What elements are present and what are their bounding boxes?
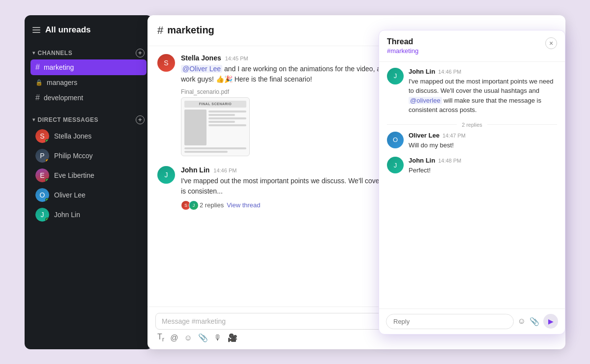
- dm-section-header[interactable]: ▾ DIRECT MESSAGES +: [30, 113, 147, 126]
- thread-msg-text-john-1: I've mapped out the most important point…: [409, 77, 557, 115]
- message-time-john: 14:46 PM: [213, 168, 236, 173]
- thread-msg-content-oliver: Oliver Lee 14:47 PM Will do my best!: [409, 132, 557, 150]
- reply-count: 2 replies: [200, 201, 224, 209]
- status-dot-philip: [45, 159, 49, 163]
- thread-message-john-1: J John Lin 14:46 PM I've mapped out the …: [387, 68, 557, 115]
- thread-panel: Thread #marketing × J John Lin 14:46 PM …: [379, 30, 565, 335]
- hash-icon-marketing: #: [35, 63, 40, 72]
- channel-item-marketing[interactable]: # marketing: [30, 59, 147, 75]
- reply-avatar-2: J: [189, 200, 199, 210]
- thread-msg-time-john-1: 14:46 PM: [438, 69, 461, 75]
- thread-toolbar: ☺ 📎 ▶: [518, 314, 558, 329]
- avatar-stella: S: [35, 129, 49, 143]
- status-dot-stella: [45, 139, 49, 143]
- channel-header-title: marketing: [167, 25, 214, 36]
- thread-msg-content-john-2: John Lin 14:48 PM Perfect!: [409, 157, 557, 175]
- dm-item-stella[interactable]: S Stella Jones: [30, 126, 147, 146]
- thread-msg-content-john-1: John Lin 14:46 PM I've mapped out the mo…: [409, 68, 557, 115]
- divider-line-left: [387, 124, 457, 125]
- avatar-eve: E: [35, 168, 49, 182]
- thread-msg-author-john-1: John Lin: [409, 68, 435, 75]
- channel-item-managers[interactable]: 🔒 managers: [30, 75, 147, 90]
- thread-msg-author-john-2: John Lin: [409, 157, 435, 164]
- audio-icon[interactable]: 🎙: [214, 334, 222, 342]
- message-avatar-john: J: [157, 166, 175, 184]
- attach-icon[interactable]: 📎: [198, 333, 208, 342]
- avatar-oliver: O: [35, 188, 49, 202]
- thread-mention-oliverlee: @oliverlee: [409, 97, 442, 104]
- format-text-icon[interactable]: Tr: [157, 333, 164, 343]
- thread-messages: J John Lin 14:46 PM I've mapped out the …: [379, 62, 565, 308]
- dm-label: DIRECT MESSAGES: [38, 116, 99, 123]
- thread-msg-header-oliver: Oliver Lee 14:47 PM: [409, 132, 557, 139]
- thread-msg-time-john-2: 14:48 PM: [438, 158, 461, 164]
- channels-section-header[interactable]: ▾ CHANNELS +: [30, 47, 147, 59]
- mention-icon[interactable]: @: [170, 334, 178, 342]
- thread-msg-author-oliver: Oliver Lee: [409, 132, 440, 139]
- channel-name-marketing: marketing: [44, 63, 74, 71]
- thread-attach-icon[interactable]: 📎: [530, 317, 539, 326]
- hamburger-icon[interactable]: [32, 27, 40, 33]
- dm-item-eve[interactable]: E Eve Libertine: [30, 166, 147, 185]
- dm-item-oliver[interactable]: O Oliver Lee: [30, 185, 147, 205]
- channel-name-managers: managers: [47, 79, 77, 86]
- thread-avatar-oliver: O: [387, 132, 404, 148]
- video-icon[interactable]: 🎥: [228, 333, 237, 342]
- dm-chevron-icon: ▾: [32, 117, 35, 122]
- status-dot-oliver: [45, 198, 49, 202]
- channel-item-development[interactable]: # development: [30, 90, 147, 106]
- channel-hash-icon: #: [157, 24, 163, 37]
- message-avatar-stella: S: [157, 54, 175, 72]
- thread-msg-header-john-2: John Lin 14:48 PM: [409, 157, 557, 164]
- replies-divider: 2 replies: [387, 122, 557, 128]
- thread-input-area: ☺ 📎 ▶: [379, 308, 565, 334]
- replies-count-divider: 2 replies: [462, 122, 482, 128]
- add-channel-button[interactable]: +: [136, 49, 145, 57]
- dm-name-stella: Stella Jones: [54, 132, 91, 140]
- thread-msg-time-oliver: 14:47 PM: [442, 133, 466, 139]
- pdf-preview: FINAL SCENARIO: [181, 97, 250, 156]
- channels-label: CHANNELS: [38, 50, 73, 56]
- thread-channel: #marketing: [387, 47, 418, 55]
- thread-header: Thread #marketing ×: [379, 30, 565, 62]
- message-author-john: John Lin: [181, 166, 209, 174]
- message-author-stella: Stella Jones: [181, 54, 221, 62]
- dm-item-john[interactable]: J John Lin: [30, 205, 147, 224]
- channel-name-development: development: [44, 94, 83, 102]
- thread-msg-header-john-1: John Lin 14:46 PM: [409, 68, 557, 75]
- thread-avatar-john-2: J: [387, 157, 404, 173]
- thread-title: Thread: [387, 37, 418, 46]
- thread-header-info: Thread #marketing: [387, 37, 418, 55]
- avatar-john: J: [35, 208, 49, 222]
- hash-icon-development: #: [35, 93, 40, 102]
- thread-msg-text-oliver: Will do my best!: [409, 140, 557, 150]
- view-thread-button[interactable]: View thread: [227, 201, 260, 209]
- thread-send-button[interactable]: ▶: [543, 314, 558, 329]
- channels-section: ▾ CHANNELS + # marketing 🔒 managers # de…: [25, 43, 152, 108]
- close-thread-button[interactable]: ×: [545, 37, 557, 49]
- message-time-stella: 14:45 PM: [225, 56, 248, 61]
- lock-icon-managers: 🔒: [35, 79, 43, 86]
- dm-name-oliver: Oliver Lee: [54, 191, 86, 199]
- dm-name-john: John Lin: [54, 211, 80, 219]
- status-dot-eve: [45, 178, 49, 182]
- divider-line-right: [487, 124, 557, 125]
- add-dm-button[interactable]: +: [136, 115, 145, 124]
- thread-message-john-2: J John Lin 14:48 PM Perfect!: [387, 157, 557, 175]
- thread-avatar-john: J: [387, 68, 404, 84]
- dm-name-philip: Philip Mccoy: [54, 152, 93, 160]
- sidebar-header: All unreads: [25, 15, 152, 43]
- avatar-philip: P: [35, 149, 49, 163]
- sidebar-title: All unreads: [45, 25, 91, 35]
- status-dot-john: [45, 218, 49, 222]
- thread-reply-input[interactable]: [386, 314, 514, 329]
- dm-name-eve: Eve Libertine: [54, 171, 94, 179]
- thread-msg-text-john-2: Perfect!: [409, 166, 557, 175]
- thread-emoji-icon[interactable]: ☺: [518, 317, 526, 326]
- mention-oliver: @Oliver Lee: [181, 65, 222, 73]
- dm-item-philip[interactable]: P Philip Mccoy: [30, 146, 147, 166]
- dm-section: ▾ DIRECT MESSAGES + S Stella Jones P Phi…: [25, 108, 152, 226]
- reply-avatars: S J: [181, 200, 197, 210]
- thread-message-oliver: O Oliver Lee 14:47 PM Will do my best!: [387, 132, 557, 150]
- emoji-icon[interactable]: ☺: [184, 334, 192, 342]
